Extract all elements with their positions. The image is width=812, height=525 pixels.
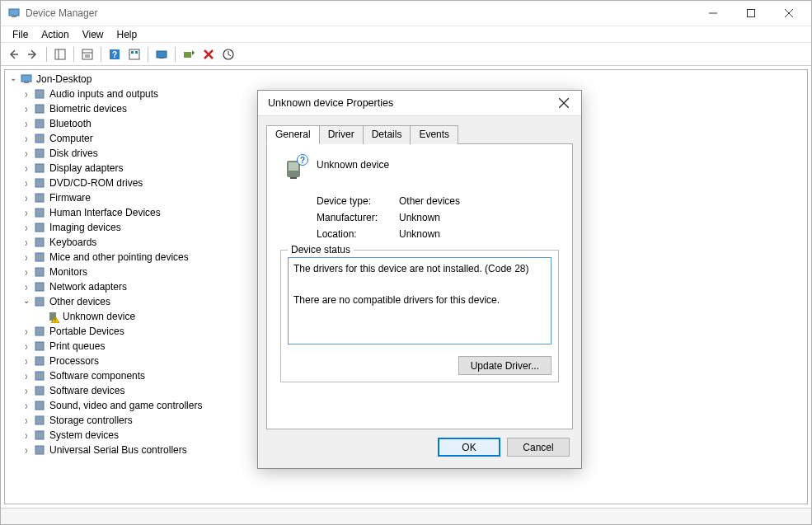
expand-icon[interactable] (20, 105, 33, 114)
uninstall-button[interactable] (199, 45, 218, 63)
category-icon (33, 236, 46, 249)
back-button[interactable] (4, 45, 22, 63)
svg-rect-8 (82, 49, 92, 59)
forward-button[interactable] (24, 45, 42, 63)
tab-driver[interactable]: Driver (319, 125, 364, 144)
expand-icon[interactable] (20, 268, 33, 277)
minimize-button[interactable] (694, 1, 732, 26)
cancel-button[interactable]: Cancel (507, 438, 570, 457)
category-icon (33, 265, 46, 279)
expand-icon[interactable] (20, 223, 33, 232)
device-type-value: Other devices (399, 195, 460, 207)
svg-rect-47 (35, 416, 44, 424)
svg-rect-22 (24, 82, 29, 83)
tree-category-label: Print queues (49, 340, 105, 352)
window-controls (694, 1, 808, 26)
device-name: Unknown device (317, 156, 389, 171)
tree-category-label: Software devices (49, 385, 124, 396)
menu-file[interactable]: File (6, 27, 35, 42)
menubar: File Action View Help (1, 26, 811, 43)
scan-hardware-button[interactable] (153, 45, 171, 63)
expand-icon[interactable] (20, 416, 33, 425)
toolbar: ? (1, 43, 811, 66)
svg-rect-30 (35, 194, 44, 202)
add-legacy-button[interactable] (180, 45, 198, 63)
svg-rect-34 (35, 253, 44, 261)
view-button[interactable] (125, 45, 143, 63)
expand-icon[interactable] (20, 446, 33, 455)
manufacturer-label: Manufacturer: (317, 212, 399, 223)
expand-icon[interactable] (20, 120, 33, 129)
update-driver-toolbar-button[interactable] (219, 45, 237, 63)
category-icon (33, 325, 46, 338)
expand-icon[interactable] (20, 298, 33, 307)
device-status-label: Device status (288, 244, 354, 255)
expand-icon[interactable] (20, 90, 33, 99)
expand-icon[interactable] (20, 327, 33, 336)
tree-category-label: Display adapters (49, 162, 123, 174)
category-icon (33, 147, 46, 160)
dialog-title: Unknown device Properties (268, 97, 552, 109)
expand-icon[interactable] (20, 179, 33, 188)
tab-panel-general: ? Unknown device Device type:Other devic… (266, 143, 573, 429)
svg-rect-24 (35, 105, 44, 113)
svg-rect-53 (289, 162, 298, 171)
expand-icon[interactable] (20, 238, 33, 247)
expand-icon[interactable] (20, 149, 33, 158)
maximize-button[interactable] (732, 1, 770, 26)
menu-help[interactable]: Help (110, 27, 144, 42)
device-status-group: Device status The drivers for this devic… (280, 250, 559, 382)
device-icon: ? (280, 156, 307, 182)
expand-icon[interactable] (20, 209, 33, 218)
expand-icon[interactable] (20, 164, 33, 173)
titlebar: Device Manager (1, 1, 811, 26)
tab-details[interactable]: Details (363, 125, 411, 144)
expand-icon[interactable] (20, 134, 33, 143)
tree-category-label: Keyboards (49, 237, 96, 248)
tree-category-label: Other devices (49, 296, 110, 307)
tree-root[interactable]: Jon-Desktop (7, 72, 805, 87)
expand-icon[interactable] (20, 357, 33, 366)
tab-events[interactable]: Events (410, 125, 458, 144)
menu-action[interactable]: Action (35, 27, 75, 42)
category-icon (33, 414, 46, 427)
expand-icon[interactable] (7, 75, 20, 84)
category-icon (33, 87, 46, 101)
close-button[interactable] (770, 1, 808, 26)
svg-rect-26 (35, 134, 44, 143)
expand-icon[interactable] (20, 342, 33, 351)
svg-rect-36 (35, 283, 44, 291)
expand-icon[interactable] (20, 194, 33, 203)
svg-rect-46 (35, 401, 44, 410)
expand-icon[interactable] (20, 387, 33, 396)
show-hide-tree-button[interactable] (51, 45, 69, 63)
expand-icon[interactable] (20, 431, 33, 440)
menu-view[interactable]: View (76, 27, 110, 42)
manufacturer-value: Unknown (399, 212, 440, 223)
tree-category-label: Disk drives (49, 148, 98, 159)
expand-icon[interactable] (20, 253, 33, 262)
help-button[interactable]: ? (106, 45, 124, 63)
statusbar (1, 508, 811, 524)
expand-icon[interactable] (20, 401, 33, 410)
svg-rect-21 (21, 75, 31, 82)
svg-rect-29 (35, 179, 44, 187)
properties-button[interactable] (78, 45, 96, 63)
tree-device-label: Unknown device (63, 311, 135, 322)
update-driver-button[interactable]: Update Driver... (458, 356, 552, 375)
tree-category-label: Processors (49, 355, 99, 367)
expand-icon[interactable] (20, 372, 33, 381)
tree-category-label: DVD/CD-ROM drives (49, 177, 143, 189)
dialog-close-button[interactable] (552, 91, 576, 115)
svg-rect-25 (35, 120, 44, 128)
device-status-text[interactable]: The drivers for this device are not inst… (288, 257, 552, 345)
expand-icon[interactable] (20, 283, 33, 292)
svg-rect-17 (157, 51, 167, 58)
ok-button[interactable]: OK (438, 438, 500, 457)
tree-category-label: Bluetooth (49, 118, 92, 129)
svg-rect-33 (35, 238, 44, 246)
tab-general[interactable]: General (266, 125, 320, 144)
tree-category-label: Mice and other pointing devices (49, 251, 189, 263)
svg-rect-18 (159, 58, 164, 59)
svg-rect-48 (35, 431, 44, 439)
